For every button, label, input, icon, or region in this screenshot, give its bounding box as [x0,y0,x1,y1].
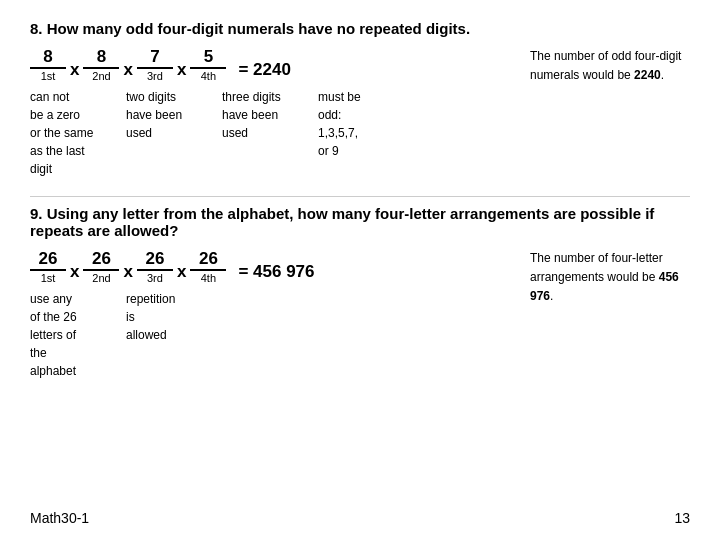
times-2-8: x [123,60,132,82]
side-note-8: The number of odd four‑digit numerals wo… [530,47,690,85]
desc-8-4: must be odd: 1,3,5,7, or 9 [318,88,398,178]
desc-9-4 [318,290,398,380]
blank-8-4th: 5 4th [190,47,226,82]
question-number-8: 8. [30,20,43,37]
equation-line-8: 8 1st x 8 2nd x 7 3rd x 5 [30,47,514,82]
question-text-8: How many odd four-digit numerals have no… [47,20,470,37]
result-9: = 456 976 [238,262,314,284]
footer-right: 13 [674,510,690,526]
equation-block-9: 26 1st x 26 2nd x 26 3rd x 26 [30,249,514,380]
desc-8-3: three digits have been used [222,88,302,178]
times-1-9: x [70,262,79,284]
question-8: 8. How many odd four-digit numerals have… [30,20,690,178]
desc-8-2: two digits have been used [126,88,206,178]
times-3-9: x [177,262,186,284]
blank-9-4th: 26 4th [190,249,226,284]
question-9-title: 9. Using any letter from the alphabet, h… [30,205,690,239]
blank-9-1st: 26 1st [30,249,66,284]
times-3-8: x [177,60,186,82]
times-2-9: x [123,262,132,284]
question-8-content: 8 1st x 8 2nd x 7 3rd x 5 [30,47,690,178]
side-note-9: The number of four‑letter arrangements w… [530,249,690,307]
result-8: = 2240 [238,60,290,82]
descriptions-8: can not be a zero or the same as the las… [30,88,514,178]
divider [30,196,690,197]
desc-9-1: use any of the 26 letters of the alphabe… [30,290,110,380]
blank-8-1st: 8 1st [30,47,66,82]
desc-9-3 [222,290,302,380]
footer-center: Math30-1 [30,510,89,526]
question-9-content: 26 1st x 26 2nd x 26 3rd x 26 [30,249,690,380]
equation-line-9: 26 1st x 26 2nd x 26 3rd x 26 [30,249,514,284]
times-1-8: x [70,60,79,82]
blank-8-3rd: 7 3rd [137,47,173,82]
blank-8-2nd: 8 2nd [83,47,119,82]
blank-9-3rd: 26 3rd [137,249,173,284]
question-9: 9. Using any letter from the alphabet, h… [30,205,690,380]
question-number-9: 9. [30,205,43,222]
question-text-9: Using any letter from the alphabet, how … [30,205,654,239]
blank-9-2nd: 26 2nd [83,249,119,284]
descriptions-9: use any of the 26 letters of the alphabe… [30,290,514,380]
equation-block-8: 8 1st x 8 2nd x 7 3rd x 5 [30,47,514,178]
desc-9-2: repetition is allowed [126,290,206,380]
desc-8-1: can not be a zero or the same as the las… [30,88,110,178]
question-8-title: 8. How many odd four-digit numerals have… [30,20,690,37]
